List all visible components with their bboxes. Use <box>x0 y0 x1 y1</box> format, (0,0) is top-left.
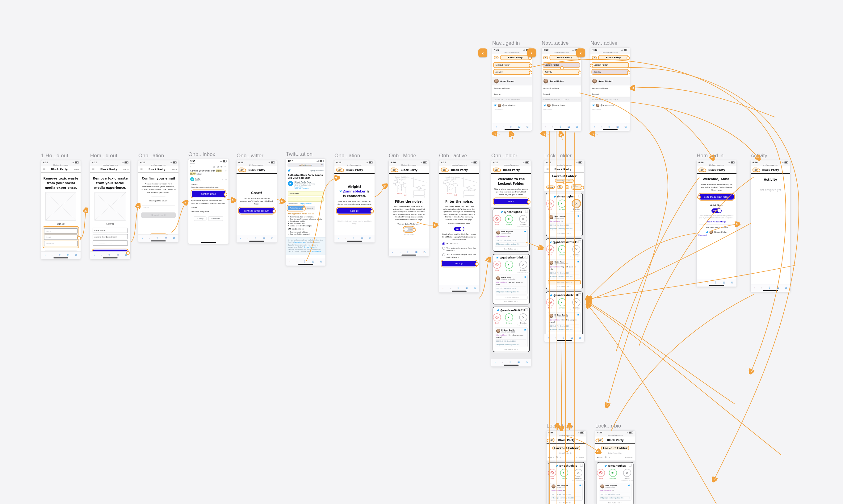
tweet-preview[interactable]: Nea Hughes@Neahughes @annableker Hi 208 … <box>550 483 583 501</box>
bookmarks-icon[interactable]: ⊞ <box>616 125 619 128</box>
url-bar[interactable]: blockpartyapp.com <box>545 164 584 166</box>
email-field[interactable]: annarbleker@gmail.com <box>93 234 128 239</box>
login-link[interactable]: Log in <box>73 168 79 170</box>
share-icon[interactable]: ⇧ <box>407 250 409 254</box>
refresh-icon[interactable]: ↻ <box>321 164 323 166</box>
hamburger-menu-icon[interactable]: ≡ <box>238 168 244 172</box>
tweet-preview[interactable]: Gabe Nasr@gaberhamthinkin @annableker he… <box>548 259 581 279</box>
url-bar[interactable]: blockpartyapp.com <box>138 164 178 166</box>
forward-icon[interactable]: › <box>707 281 708 284</box>
see-twitter-bio-link[interactable]: See Twitter bio → <box>550 501 583 504</box>
tweet-preview[interactable]: Britney Smith@sanFranGirl2018 @annableke… <box>548 312 581 332</box>
account-settings-link[interactable]: Account settings <box>590 86 630 91</box>
select-all-link[interactable]: Select all <box>577 456 584 458</box>
dismiss-button[interactable]: DismissKeep muted for now <box>517 215 529 227</box>
see-more-mentions[interactable]: See more mentions <box>495 295 528 300</box>
back-icon[interactable]: ‹ <box>754 286 755 289</box>
logout-link[interactable]: Logout <box>541 91 581 97</box>
reply-button[interactable]: ↩ Reply <box>194 216 207 221</box>
tabs-icon[interactable]: ⧉ <box>424 250 426 254</box>
back-icon[interactable]: ‹ <box>495 361 496 364</box>
select-checkbox[interactable] <box>580 464 583 467</box>
radio-no-im-good[interactable]: No, I'm good. <box>442 242 476 245</box>
forward-icon[interactable]: › <box>552 125 553 128</box>
frame-title[interactable]: Onb...active <box>439 152 467 159</box>
delete-icon[interactable]: ⊡ <box>217 165 219 168</box>
forward-icon[interactable]: › <box>52 253 53 257</box>
frame-title[interactable]: Onb...Mode <box>389 152 416 159</box>
hamburger-menu-icon[interactable]: ≡ <box>493 168 499 172</box>
tweet-talking[interactable]: 145 people are talking about this› <box>549 328 579 331</box>
cancel-button[interactable]: Cancel <box>305 206 315 210</box>
select-checkbox[interactable] <box>578 240 581 243</box>
sort-dropdown[interactable]: New ▾ <box>546 185 555 189</box>
tabs-icon[interactable]: ⧉ <box>625 125 626 128</box>
url-bar[interactable]: blockpartyapp.com <box>334 164 375 166</box>
see-twitter-bio-link[interactable]: See Twitter bio → <box>494 347 528 351</box>
frame-title[interactable]: Activity <box>751 152 767 159</box>
back-interaction-badge[interactable]: ‹ <box>576 49 585 57</box>
url-bar[interactable]: blockpartyapp.com <box>491 164 531 166</box>
select-checkbox[interactable] <box>525 256 528 258</box>
quiet-mode-toggle-off[interactable]: OFF <box>404 227 414 232</box>
share-icon[interactable]: ⇧ <box>562 336 565 339</box>
dismiss-button[interactable]: DismissKeep muted for now <box>570 200 582 212</box>
tweet-preview[interactable]: Gabe Nasr@gaberhamthinkin @annableker he… <box>495 274 528 294</box>
share-icon[interactable]: ⇧ <box>768 286 771 289</box>
forward-icon[interactable]: › <box>149 236 150 240</box>
forgot-password-link[interactable]: Forgot password? <box>300 203 312 204</box>
bookmarks-icon[interactable]: ⊞ <box>361 237 363 240</box>
block-button[interactable]: Block <box>546 245 554 257</box>
url-bar[interactable]: blockpartyapp.com <box>541 52 581 54</box>
tabs-icon[interactable]: ⧉ <box>320 260 322 263</box>
see-twitter-bio-link[interactable]: See Twitter bio → <box>548 231 581 235</box>
unmute-button[interactable]: Unmute <box>560 469 568 481</box>
hamburger-menu-icon[interactable]: ≡ <box>753 168 758 172</box>
filter-sliders-icon[interactable] <box>605 456 607 459</box>
logout-link[interactable]: Logout <box>590 91 630 97</box>
share-icon[interactable]: ⇧ <box>108 253 110 257</box>
back-icon[interactable]: ‹ <box>240 237 241 240</box>
dismiss-button[interactable]: DismissKeep muted for now <box>517 313 529 326</box>
forward-icon[interactable]: › <box>101 253 102 257</box>
forward-icon[interactable]: › <box>502 361 503 364</box>
hamburger-menu-icon[interactable]: ≡ <box>336 168 342 172</box>
block-button[interactable]: Block <box>597 469 605 481</box>
tweet-preview[interactable]: Nea Hughes@Neahughes @annableker Hi 208 … <box>599 483 632 501</box>
forward-icon[interactable]: › <box>555 336 556 339</box>
dismiss-button[interactable]: DismissKeep muted for now <box>517 260 529 273</box>
see-twitter-bio-link[interactable]: See Twitter bio → <box>494 247 528 251</box>
name-field[interactable]: Name <box>44 228 78 234</box>
bookmarks-icon[interactable]: ⊞ <box>518 125 521 128</box>
quiet-mode-toggle-on[interactable]: ON <box>711 209 722 213</box>
frame-title[interactable]: Nav...ged in <box>492 40 520 46</box>
dismiss-button[interactable]: DismissKeep muted for now <box>572 469 585 481</box>
tweet-talking[interactable]: 145 people are talking about this› <box>496 343 526 346</box>
tweet-talking[interactable]: 145 people are talking about this› <box>549 227 579 230</box>
name-field[interactable]: Anna Bleker <box>93 228 128 233</box>
tweet-talking[interactable]: 145 people are talking about this› <box>551 496 581 499</box>
nav-item-activity[interactable]: Activity <box>543 69 580 75</box>
login-link[interactable]: Log in <box>123 168 128 170</box>
frame-title[interactable]: Onb...older <box>491 152 517 159</box>
disconnect-link[interactable]: Disconnect <box>696 234 737 237</box>
app-title[interactable]: Block Party <box>599 55 629 60</box>
back-icon[interactable]: ‹ <box>700 281 701 284</box>
tabs-icon[interactable]: ⧉ <box>526 361 528 364</box>
tabs-icon[interactable]: ⧉ <box>272 237 273 240</box>
url-bar[interactable]: blockpartyapp.com <box>90 164 130 166</box>
forward-icon[interactable]: › <box>345 237 346 240</box>
authorize-app-button[interactable]: Authorize app <box>288 206 304 210</box>
forward-icon[interactable]: › <box>247 237 248 240</box>
bookmarks-icon[interactable]: ⊞ <box>517 361 520 364</box>
block-button[interactable]: Block <box>548 469 556 481</box>
unmute-button[interactable]: Unmute <box>505 260 513 273</box>
url-bar[interactable]: blockpartyapp.com <box>595 434 635 437</box>
back-icon[interactable]: ‹ <box>289 260 291 263</box>
back-icon[interactable]: ‹ <box>594 125 595 128</box>
frame-title[interactable]: Nav...active <box>541 40 569 46</box>
frame-title[interactable]: Twitt...ation <box>286 151 312 157</box>
dismiss-button[interactable]: DismissKeep muted for now <box>570 245 582 257</box>
hamburger-menu-icon[interactable]: ≡ <box>92 168 94 171</box>
frame-title[interactable]: 1 Ho...d out <box>41 152 68 159</box>
